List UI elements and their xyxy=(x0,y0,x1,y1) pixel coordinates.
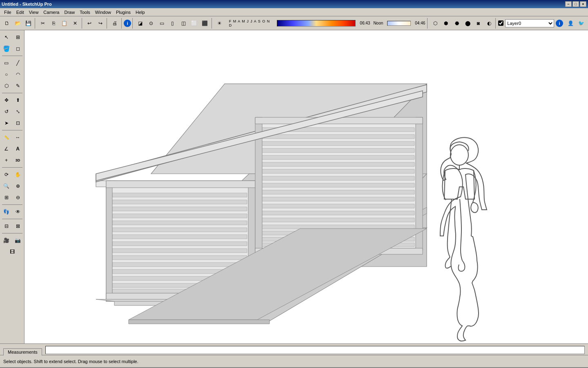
cut-button[interactable]: ✂ xyxy=(38,18,48,29)
layer-visible-checkbox[interactable] xyxy=(498,20,503,26)
menu-edit[interactable]: Edit xyxy=(14,9,27,16)
redo-button[interactable]: ↪ xyxy=(95,18,105,29)
dimension-tool[interactable]: ↔ xyxy=(13,132,23,143)
close-button[interactable]: × xyxy=(580,1,586,7)
menu-tools[interactable]: Tools xyxy=(77,9,93,16)
move-tool[interactable]: ✥ xyxy=(1,95,12,105)
display-shaded[interactable]: ⬤ xyxy=(462,18,472,29)
zoom-row: 🔍 ⊕ xyxy=(1,181,23,191)
zoomout-tool[interactable]: ⊖ xyxy=(13,192,23,203)
followme-tool[interactable]: ➤ xyxy=(1,118,12,128)
view-top[interactable]: ⊙ xyxy=(146,18,156,29)
polygon-row: ⬡ ✎ xyxy=(1,81,23,91)
3dtext-tool[interactable]: 3D xyxy=(13,155,23,166)
advcam-tool[interactable]: 🎥 xyxy=(1,235,12,246)
model-info-button[interactable]: i xyxy=(124,20,131,27)
menu-window[interactable]: Window xyxy=(93,9,114,16)
sectionfill-tool[interactable]: ⊠ xyxy=(13,221,23,231)
view-bottom[interactable]: ⬛ xyxy=(200,18,210,29)
polygon-tool[interactable]: ⬡ xyxy=(1,81,12,91)
arc-tool[interactable]: ◠ xyxy=(13,69,23,80)
title-bar: Untitled - SketchUp Pro − □ × xyxy=(0,0,588,8)
birds-icon[interactable]: 🐦 xyxy=(576,18,586,29)
menu-draw[interactable]: Draw xyxy=(62,9,77,16)
menu-plugins[interactable]: Plugins xyxy=(114,9,133,16)
sectionplane-tool[interactable]: ⊟ xyxy=(1,221,12,231)
menu-file[interactable]: File xyxy=(2,9,14,16)
line-tool[interactable]: ╱ xyxy=(13,58,23,68)
freehand-tool[interactable]: ✎ xyxy=(13,81,23,91)
paste-button[interactable]: 📋 xyxy=(59,18,69,29)
offset-tool[interactable]: ⊡ xyxy=(13,118,23,128)
display-hidden[interactable]: ⬣ xyxy=(452,18,462,29)
tape-tool[interactable]: 📏 xyxy=(1,132,12,143)
display-monochrome[interactable]: ◐ xyxy=(484,18,494,29)
svg-marker-39 xyxy=(259,155,414,159)
lt-sep7 xyxy=(2,233,22,233)
scale-tool[interactable]: ⤡ xyxy=(13,106,23,117)
open-button[interactable]: 📂 xyxy=(12,18,22,29)
new-button[interactable]: 🗋 xyxy=(2,18,12,29)
view-front[interactable]: ▭ xyxy=(157,18,167,29)
erase-button[interactable]: ✕ xyxy=(70,18,80,29)
paint-tool[interactable]: 🪣 xyxy=(1,43,12,54)
time-slider[interactable] xyxy=(387,21,411,26)
sep2 xyxy=(82,18,83,29)
sep1 xyxy=(35,18,36,29)
layer-dropdown[interactable]: Layer0 xyxy=(505,19,554,27)
select-tool[interactable]: ↖ xyxy=(1,32,12,43)
person-icon[interactable]: 👤 xyxy=(565,18,575,29)
menu-camera[interactable]: Camera xyxy=(41,9,62,16)
save-button[interactable]: 💾 xyxy=(23,18,33,29)
menu-view[interactable]: View xyxy=(27,9,41,16)
circle-tool[interactable]: ○ xyxy=(1,69,12,80)
copy-button[interactable]: ⎘ xyxy=(48,18,58,29)
rectangle-tool[interactable]: ▭ xyxy=(1,58,12,68)
eraser-tool[interactable]: ◻ xyxy=(13,43,23,54)
advcam3-tool[interactable]: 🎞 xyxy=(7,247,18,257)
lt-sep5 xyxy=(2,204,22,205)
minimize-button[interactable]: − xyxy=(565,1,572,7)
protractor-tool[interactable]: ∠ xyxy=(1,144,12,154)
svg-marker-45 xyxy=(259,197,414,201)
menu-help[interactable]: Help xyxy=(133,9,147,16)
zoom-tool[interactable]: 🔍 xyxy=(1,181,12,191)
lt-sep4 xyxy=(2,167,22,168)
axes-tool[interactable]: + xyxy=(1,155,12,166)
svg-marker-40 xyxy=(259,162,414,166)
component-tool[interactable]: ⊞ xyxy=(13,32,23,43)
sun-position-bar[interactable] xyxy=(277,20,356,27)
undo-button[interactable]: ↩ xyxy=(84,18,94,29)
walkaround-tool[interactable]: 👣 xyxy=(1,206,12,217)
walk-row: 👣 👁 xyxy=(1,206,23,217)
title-text: Untitled - SketchUp Pro xyxy=(2,2,52,7)
zoomextents-tool[interactable]: ⊞ xyxy=(1,192,12,203)
view-left[interactable]: ⬜ xyxy=(189,18,199,29)
advcam2-tool[interactable]: 📷 xyxy=(13,235,23,246)
zoomwindow-tool[interactable]: ⊕ xyxy=(13,181,23,191)
maximize-button[interactable]: □ xyxy=(572,1,579,7)
orbit-tool[interactable]: ⟳ xyxy=(1,169,12,180)
measurements-value-box[interactable] xyxy=(45,346,585,354)
layer-area: Layer0 i xyxy=(498,19,563,27)
display-textured[interactable]: ◙ xyxy=(473,18,483,29)
shadow-toggle[interactable]: ☀ xyxy=(214,18,224,29)
pan-tool[interactable]: ✋ xyxy=(13,169,23,180)
lt-sep1 xyxy=(2,56,22,56)
status-message: Select objects. Shift to extend select. … xyxy=(3,359,138,364)
lookaround-tool[interactable]: 👁 xyxy=(13,206,23,217)
measurements-input[interactable] xyxy=(46,346,584,354)
pushpull-tool[interactable]: ⬆ xyxy=(13,95,23,105)
measurements-tab[interactable]: Measurements xyxy=(3,348,42,356)
rotate-tool[interactable]: ↺ xyxy=(1,106,12,117)
layer-info-button[interactable]: i xyxy=(556,20,563,27)
display-wire[interactable]: ⬢ xyxy=(441,18,451,29)
view-iso[interactable]: ◪ xyxy=(135,18,145,29)
display-xray[interactable]: ⬡ xyxy=(430,18,440,29)
svg-marker-21 xyxy=(112,235,247,239)
text-tool[interactable]: A xyxy=(13,144,23,154)
view-back[interactable]: ◫ xyxy=(178,18,188,29)
canvas-area[interactable] xyxy=(24,30,588,343)
print-button[interactable]: 🖨 xyxy=(109,18,120,29)
view-right[interactable]: ▯ xyxy=(167,18,178,29)
